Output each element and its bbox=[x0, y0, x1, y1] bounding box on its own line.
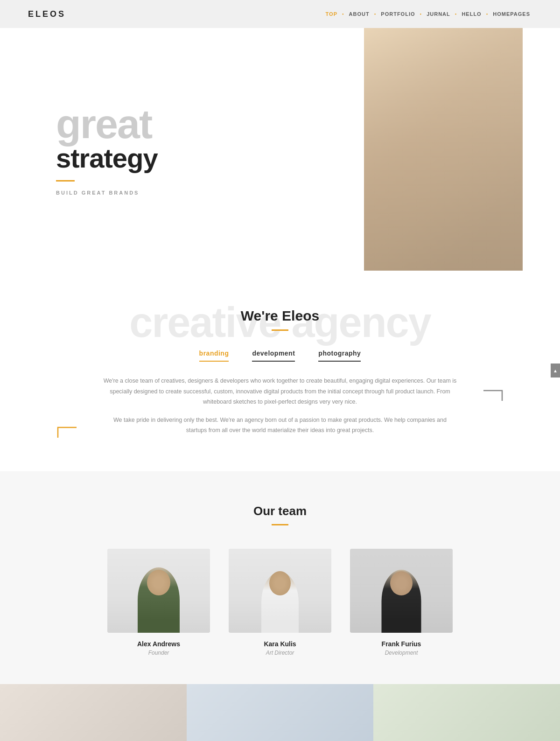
nav-dot: ● bbox=[455, 13, 457, 15]
hero-word1: great bbox=[56, 104, 158, 145]
nav-dot: ● bbox=[420, 13, 422, 15]
tabs-container: branding development photography bbox=[28, 350, 532, 362]
hero-tagline: BUILD GREAT BRANDS bbox=[56, 190, 158, 196]
tab-development[interactable]: development bbox=[252, 350, 295, 362]
header: ELEOS TOP ● ABOUT ● PORTFOLIO ● JURNAL ●… bbox=[0, 0, 560, 28]
team-section: Our team Alex Andrews Founder Kara Kulis… bbox=[0, 471, 560, 684]
nav-item-homepages[interactable]: HOMEPAGES bbox=[491, 11, 532, 17]
team-card-frank: Frank Furius Development bbox=[350, 549, 453, 656]
nav-item-jurnal[interactable]: JURNAL bbox=[425, 11, 452, 17]
team-name-alex: Alex Andrews bbox=[107, 640, 210, 648]
team-photo-kara bbox=[229, 549, 331, 633]
team-grid: Alex Andrews Founder Kara Kulis Art Dire… bbox=[28, 549, 532, 656]
tab-body-2: We take pride in delivering only the bes… bbox=[103, 415, 457, 436]
section-title: We're Eleos bbox=[28, 308, 532, 324]
arrow-right bbox=[483, 390, 504, 404]
logo: ELEOS bbox=[28, 9, 66, 19]
nav-item-top[interactable]: TOP bbox=[324, 11, 339, 17]
hero-section: great strategy BUILD GREAT BRANDS bbox=[0, 28, 560, 271]
section-divider bbox=[272, 329, 288, 331]
person-kara bbox=[229, 549, 331, 633]
we-are-section: creative agency We're Eleos branding dev… bbox=[0, 271, 560, 471]
team-title: Our team bbox=[28, 504, 532, 518]
hero-word2: strategy bbox=[56, 145, 158, 172]
tab-photography[interactable]: photography bbox=[318, 350, 361, 362]
nav-item-about[interactable]: ABOUT bbox=[347, 11, 371, 17]
nav-item-hello[interactable]: HELLO bbox=[460, 11, 483, 17]
bottom-section: Server Scripting Speed Analysis Game Des… bbox=[0, 684, 560, 741]
scroll-icon: ▲ bbox=[553, 368, 558, 373]
nav-dot: ● bbox=[342, 13, 344, 15]
person-alex bbox=[107, 549, 210, 633]
bottom-tile-scripting[interactable]: Server Scripting bbox=[0, 684, 187, 741]
person-frank bbox=[350, 549, 453, 633]
team-card-kara: Kara Kulis Art Director bbox=[229, 549, 331, 656]
team-role-kara: Art Director bbox=[229, 650, 331, 656]
team-name-frank: Frank Furius bbox=[350, 640, 453, 648]
team-photo-alex bbox=[107, 549, 210, 633]
tab-body-1: We're a close team of creatives, designe… bbox=[103, 376, 457, 407]
hero-portrait bbox=[364, 28, 523, 271]
team-role-alex: Founder bbox=[107, 650, 210, 656]
tab-branding[interactable]: branding bbox=[199, 350, 229, 362]
tab-content: We're a close team of creatives, designe… bbox=[28, 376, 532, 436]
hero-image bbox=[364, 28, 523, 271]
bottom-grid: Server Scripting Speed Analysis Game Des… bbox=[0, 684, 560, 741]
team-name-kara: Kara Kulis bbox=[229, 640, 331, 648]
nav-item-portfolio[interactable]: PORTFOLIO bbox=[379, 11, 417, 17]
scroll-button[interactable]: ▲ bbox=[551, 364, 560, 377]
team-role-frank: Development bbox=[350, 650, 453, 656]
team-divider bbox=[272, 524, 288, 525]
team-photo-frank bbox=[350, 549, 453, 633]
hero-text: great strategy BUILD GREAT BRANDS bbox=[56, 104, 158, 196]
arrow-left bbox=[56, 426, 77, 440]
nav-dot: ● bbox=[486, 13, 489, 15]
team-card-alex: Alex Andrews Founder bbox=[107, 549, 210, 656]
navigation: TOP ● ABOUT ● PORTFOLIO ● JURNAL ● HELLO… bbox=[324, 11, 532, 17]
bottom-tile-speed[interactable]: Speed Analysis bbox=[187, 684, 373, 741]
hero-divider bbox=[56, 180, 75, 182]
bottom-tile-game[interactable]: Game Design bbox=[373, 684, 560, 741]
nav-dot: ● bbox=[374, 13, 377, 15]
